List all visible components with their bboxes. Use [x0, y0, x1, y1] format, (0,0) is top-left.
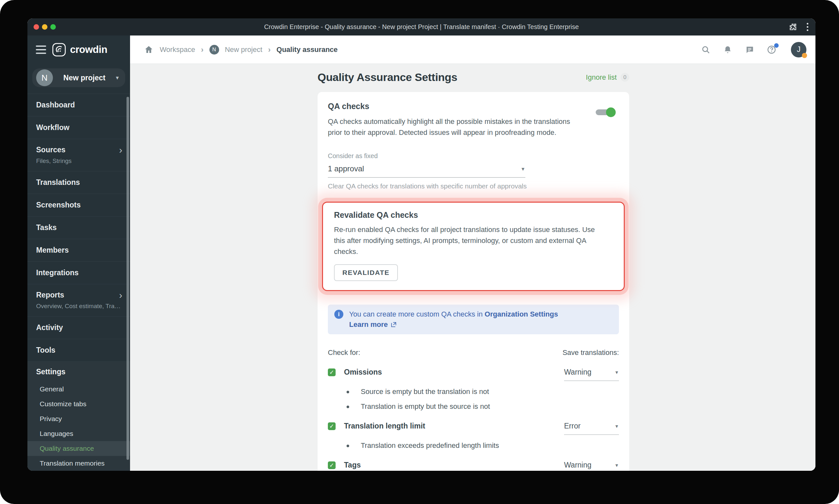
chevron-right-icon: ›: [119, 147, 122, 153]
sidebar-nav: Dashboard › Workflow › Sources › Files, …: [28, 94, 130, 362]
external-link-icon: [391, 321, 397, 328]
consider-as-fixed-helper: Clear QA checks for translations with sp…: [328, 182, 619, 190]
breadcrumb-separator-icon: ›: [201, 45, 203, 54]
minimize-window-button[interactable]: [42, 24, 48, 30]
severity-select[interactable]: Error ▼: [564, 422, 619, 435]
sidebar-item-activity[interactable]: Activity ›: [28, 317, 130, 339]
sidebar-item-label: Screenshots: [36, 201, 122, 210]
sidebar: crowdin N New project ▾ Dashboard › Work…: [28, 36, 130, 471]
qa-check-tags: ✓ Tags Warning ▼ Inconsistent tags in th…: [328, 461, 619, 471]
sidebar-item-label: Tasks: [36, 223, 122, 232]
sidebar-item-label: Workflow: [36, 123, 122, 132]
revalidate-title: Revalidate QA checks: [334, 210, 613, 220]
chevron-down-icon: ▼: [614, 424, 619, 429]
qa-check-bullet: Translation is empty but the source is n…: [361, 402, 619, 411]
sidebar-item-label: Dashboard: [36, 101, 122, 109]
sidebar-item-subtitle: Overview, Cost estimate, Tran…: [36, 303, 122, 310]
sidebar-item-label: Tools: [36, 346, 122, 355]
sidebar-item-label: Sources: [36, 145, 119, 154]
titlebar: Crowdin Enterprise - Quality assurance -…: [28, 18, 816, 36]
sidebar-item-subtitle: Files, Strings: [36, 158, 122, 165]
chevron-right-icon: ›: [119, 292, 122, 299]
sidebar-item-sources[interactable]: Sources › Files, Strings: [28, 139, 130, 171]
sidebar-settings-item-general[interactable]: General: [28, 382, 130, 397]
help-notification-dot: [774, 43, 779, 48]
qa-check-label: Translation length limit: [344, 422, 564, 430]
crowdin-logo[interactable]: crowdin: [52, 42, 107, 57]
info-banner: i You can create more custom QA checks i…: [328, 305, 619, 334]
sidebar-item-workflow[interactable]: Workflow ›: [28, 116, 130, 139]
sidebar-item-reports[interactable]: Reports › Overview, Cost estimate, Tran…: [28, 284, 130, 317]
project-switcher[interactable]: N New project ▾: [32, 68, 125, 87]
revalidate-highlight-box: Revalidate QA checks Re-run enabled QA c…: [322, 202, 625, 291]
traffic-lights: [34, 18, 56, 36]
chevron-down-icon: ▾: [116, 74, 119, 81]
consider-as-fixed-label: Consider as fixed: [328, 152, 619, 160]
checkbox-checked-icon[interactable]: ✓: [328, 462, 336, 469]
severity-select[interactable]: Warning ▼: [564, 368, 619, 381]
sidebar-item-tasks[interactable]: Tasks ›: [28, 216, 130, 239]
toggle-knob: [606, 107, 616, 117]
sidebar-settings-item-languages[interactable]: Languages: [28, 426, 130, 441]
search-icon[interactable]: [700, 44, 711, 55]
avatar-initial: J: [797, 45, 801, 54]
qa-checks-toggle[interactable]: [596, 107, 616, 117]
sidebar-item-settings[interactable]: Settings: [28, 362, 130, 382]
sidebar-item-integrations[interactable]: Integrations ›: [28, 262, 130, 284]
severity-select[interactable]: Warning ▼: [564, 461, 619, 471]
sidebar-item-dashboard[interactable]: Dashboard ›: [28, 94, 130, 116]
user-avatar[interactable]: J: [791, 42, 806, 57]
breadcrumb: Workspace › N New project › Quality assu…: [144, 44, 700, 55]
chevron-down-icon: ▼: [520, 166, 525, 172]
messages-chat-icon[interactable]: [745, 44, 755, 55]
sidebar-item-screenshots[interactable]: Screenshots ›: [28, 194, 130, 216]
sidebar-settings-item-translation-memories[interactable]: Translation memories: [28, 456, 130, 471]
consider-as-fixed-select[interactable]: 1 approval ▼: [328, 164, 525, 178]
ignore-list-label: Ignore list: [586, 73, 617, 82]
checkbox-checked-icon[interactable]: ✓: [328, 422, 336, 430]
zoom-window-button[interactable]: [50, 24, 56, 30]
severity-value: Warning: [564, 368, 614, 377]
qa-check-omissions: ✓ Omissions Warning ▼ Source is empty bu…: [328, 368, 619, 411]
sidebar-item-members[interactable]: Members ›: [28, 239, 130, 262]
sidebar-item-tools[interactable]: Tools ›: [28, 339, 130, 362]
window-title: Crowdin Enterprise - Quality assurance -…: [28, 23, 816, 31]
qa-check-translation-length-limit: ✓ Translation length limit Error ▼ Trans…: [328, 422, 619, 450]
breadcrumb-project[interactable]: New project: [225, 46, 262, 54]
breadcrumb-separator-icon: ›: [268, 45, 271, 54]
revalidate-button[interactable]: REVALIDATE: [334, 264, 398, 281]
qa-check-bullet: Translation exceeds predefined length li…: [361, 442, 619, 450]
save-translations-label: Save translations:: [563, 348, 619, 357]
topbar: Workspace › N New project › Quality assu…: [130, 36, 816, 64]
breadcrumb-project-badge: N: [210, 45, 219, 55]
help-icon[interactable]: [766, 44, 777, 55]
qa-check-bullets: Translation exceeds predefined length li…: [328, 442, 619, 450]
sidebar-settings-item-quality-assurance[interactable]: Quality assurance: [28, 441, 130, 456]
breadcrumb-workspace[interactable]: Workspace: [160, 46, 195, 54]
banner-text: You can create more custom QA checks in: [349, 310, 485, 318]
sidebar-item-translations[interactable]: Translations ›: [28, 171, 130, 194]
page-title: Quality Assurance Settings: [318, 71, 586, 84]
chevron-down-icon: ▼: [614, 370, 619, 375]
sidebar-item-label: Integrations: [36, 268, 122, 277]
qa-check-bullet: Source is empty but the translation is n…: [361, 388, 619, 396]
project-avatar: N: [36, 69, 53, 86]
info-icon: i: [334, 310, 343, 319]
sidebar-settings-item-privacy[interactable]: Privacy: [28, 411, 130, 426]
check-for-label: Check for:: [328, 348, 563, 357]
learn-more-link[interactable]: Learn more: [349, 320, 397, 330]
extensions-puzzle-icon[interactable]: [788, 22, 798, 32]
checkbox-checked-icon[interactable]: ✓: [328, 368, 336, 376]
notifications-bell-icon[interactable]: [722, 44, 733, 55]
sidebar-scrollbar[interactable]: [126, 97, 129, 460]
sidebar-settings-item-customize-tabs[interactable]: Customize tabs: [28, 397, 130, 411]
qa-checks-list: ✓ Omissions Warning ▼ Source is empty bu…: [328, 368, 619, 471]
qa-settings-card: QA checks QA checks automatically highli…: [318, 92, 629, 471]
close-window-button[interactable]: [34, 24, 39, 30]
chevron-down-icon: ▼: [614, 463, 619, 468]
menu-hamburger-icon[interactable]: [36, 46, 46, 54]
ignore-list-link[interactable]: Ignore list 0: [586, 73, 629, 82]
browser-menu-icon[interactable]: [807, 23, 808, 31]
sidebar-item-label: Reports: [36, 291, 119, 300]
home-icon[interactable]: [144, 44, 154, 55]
